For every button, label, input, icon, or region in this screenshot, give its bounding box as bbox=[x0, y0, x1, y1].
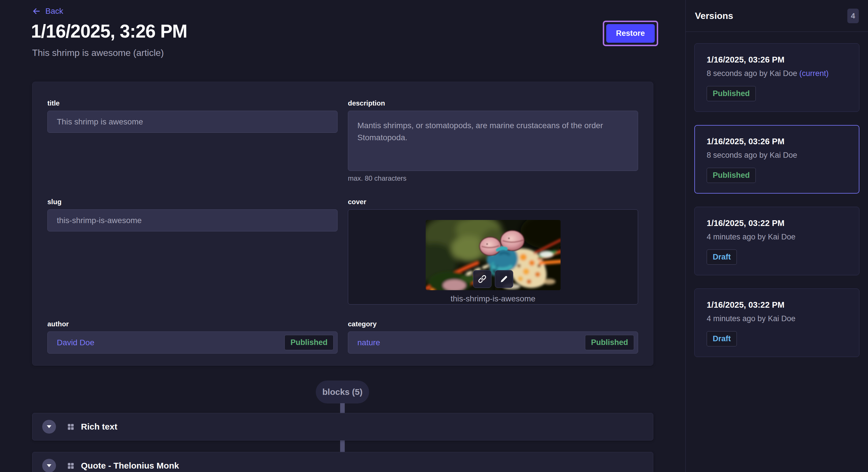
version-current-tag: (current) bbox=[799, 69, 829, 78]
chevron-down-icon[interactable] bbox=[42, 459, 56, 472]
versions-title: Versions bbox=[695, 11, 733, 21]
author-status-badge: Published bbox=[284, 335, 334, 350]
status-badge: Draft bbox=[707, 331, 737, 346]
block-accordion-quote[interactable]: Quote - Thelonius Monk bbox=[32, 452, 653, 472]
category-status-badge: Published bbox=[585, 335, 634, 350]
cover-caption: this-shrimp-is-awesome bbox=[348, 294, 638, 303]
versions-list: 1/16/2025, 03:26 PM 8 seconds ago by Kai… bbox=[686, 32, 868, 369]
version-card[interactable]: 1/16/2025, 03:22 PM 4 minutes ago by Kai… bbox=[694, 289, 859, 357]
version-status-row: Published bbox=[707, 168, 847, 183]
cover-image-mantis-shrimp bbox=[426, 220, 561, 290]
category-link[interactable]: nature bbox=[358, 338, 380, 347]
version-date: 1/16/2025, 03:26 PM bbox=[707, 137, 847, 146]
version-card[interactable]: 1/16/2025, 03:26 PM 8 seconds ago by Kai… bbox=[694, 43, 859, 112]
version-fields-card: title This shrimp is awesome description… bbox=[32, 82, 653, 366]
status-badge: Published bbox=[707, 168, 756, 183]
block-label: Quote - Thelonius Monk bbox=[81, 461, 179, 471]
field-slug: slug this-shrimp-is-awesome bbox=[48, 198, 338, 231]
description-hint: max. 80 characters bbox=[348, 174, 638, 182]
chevron-down-icon[interactable] bbox=[42, 420, 56, 434]
version-date: 1/16/2025, 03:22 PM bbox=[707, 218, 847, 228]
version-status-row: Published bbox=[707, 86, 847, 101]
version-meta: 4 minutes ago by Kai Doe bbox=[707, 233, 847, 241]
version-meta: 8 seconds ago by Kai Doe (current) bbox=[707, 69, 847, 78]
blocks-connector-line bbox=[340, 403, 345, 413]
version-status-row: Draft bbox=[707, 331, 847, 346]
restore-button-focus-ring: Restore bbox=[603, 21, 658, 46]
version-meta-text: 8 seconds ago by Kai Doe bbox=[707, 151, 797, 160]
versions-count-badge: 4 bbox=[847, 9, 859, 23]
description-textarea[interactable]: Mantis shrimps, or stomatopods, are mari… bbox=[348, 111, 638, 171]
field-cover: cover bbox=[348, 198, 638, 305]
block-label: Rich text bbox=[81, 422, 117, 432]
title-input[interactable]: This shrimp is awesome bbox=[48, 111, 338, 133]
back-label: Back bbox=[45, 7, 63, 16]
status-badge: Published bbox=[707, 86, 756, 101]
version-meta-text: 4 minutes ago by Kai Doe bbox=[707, 233, 795, 241]
pencil-icon bbox=[499, 274, 508, 283]
block-accordion-rich-text[interactable]: Rich text bbox=[32, 413, 653, 440]
version-meta-text: 8 seconds ago by Kai Doe bbox=[707, 69, 797, 78]
title-label: title bbox=[48, 99, 338, 107]
status-badge: Draft bbox=[707, 249, 737, 265]
page-title: 1/16/2025, 3:26 PM bbox=[31, 21, 187, 42]
category-relation-box: nature Published bbox=[348, 332, 638, 353]
arrow-left-icon bbox=[32, 6, 41, 16]
field-author: author David Doe Published bbox=[48, 320, 338, 353]
link-icon bbox=[477, 274, 487, 283]
version-meta: 8 seconds ago by Kai Doe bbox=[707, 151, 847, 160]
component-grid-icon bbox=[67, 423, 74, 431]
main-content-area: Back 1/16/2025, 3:26 PM This shrimp is a… bbox=[0, 0, 685, 472]
cover-label: cover bbox=[348, 198, 638, 206]
field-category: category nature Published bbox=[348, 320, 638, 353]
version-date: 1/16/2025, 03:26 PM bbox=[707, 55, 847, 65]
component-grid-icon bbox=[67, 462, 74, 470]
versions-header: Versions 4 bbox=[686, 0, 868, 32]
author-label: author bbox=[48, 320, 338, 328]
cover-media-box: this-shrimp-is-awesome bbox=[348, 209, 638, 305]
version-status-row: Draft bbox=[707, 249, 847, 265]
cover-edit-button[interactable] bbox=[495, 270, 513, 288]
page-subtitle: This shrimp is awesome (article) bbox=[32, 47, 164, 58]
blocks-count-pill: blocks (5) bbox=[316, 380, 369, 403]
versions-sidebar: Versions 4 1/16/2025, 03:26 PM 8 seconds… bbox=[685, 0, 868, 472]
author-relation-box: David Doe Published bbox=[48, 332, 338, 353]
slug-input[interactable]: this-shrimp-is-awesome bbox=[48, 209, 338, 231]
field-title: title This shrimp is awesome bbox=[48, 99, 338, 133]
category-label: category bbox=[348, 320, 638, 328]
slug-label: slug bbox=[48, 198, 338, 206]
version-meta: 4 minutes ago by Kai Doe bbox=[707, 314, 847, 323]
back-link[interactable]: Back bbox=[32, 6, 63, 16]
blocks-connector-line bbox=[340, 440, 345, 452]
version-card-selected[interactable]: 1/16/2025, 03:26 PM 8 seconds ago by Kai… bbox=[694, 125, 859, 194]
version-date: 1/16/2025, 03:22 PM bbox=[707, 300, 847, 310]
version-meta-text: 4 minutes ago by Kai Doe bbox=[707, 314, 795, 323]
cover-copy-link-button[interactable] bbox=[473, 270, 491, 288]
version-card[interactable]: 1/16/2025, 03:22 PM 4 minutes ago by Kai… bbox=[694, 207, 859, 275]
description-label: description bbox=[348, 99, 638, 107]
cover-image-actions bbox=[473, 270, 513, 288]
field-description: description Mantis shrimps, or stomatopo… bbox=[348, 99, 638, 182]
author-link[interactable]: David Doe bbox=[57, 338, 94, 347]
restore-button[interactable]: Restore bbox=[606, 24, 655, 43]
